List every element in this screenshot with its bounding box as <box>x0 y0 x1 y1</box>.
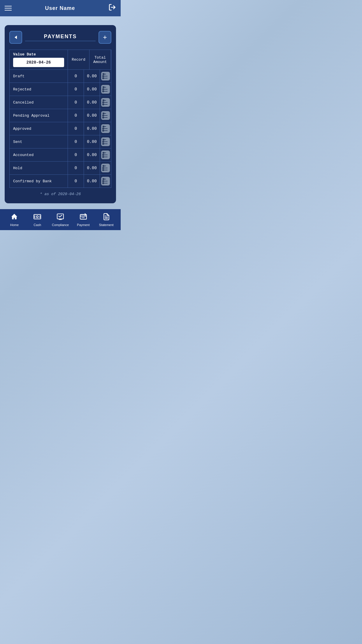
row-action <box>100 175 111 188</box>
row-action <box>100 83 111 96</box>
row-action <box>100 162 111 174</box>
amount-col-header: Total Amount <box>89 50 111 69</box>
svg-rect-2 <box>34 214 41 219</box>
record-col-header: Record <box>68 50 89 69</box>
row-record: 0 <box>68 109 84 122</box>
row-label: Pending Approval <box>10 109 68 122</box>
row-amount: 0.00 <box>84 162 100 174</box>
row-record: 0 <box>68 148 84 161</box>
row-record: 0 <box>68 70 84 83</box>
table-row: Draft 0 0.00 <box>10 69 111 83</box>
row-action <box>100 135 111 148</box>
row-action <box>100 96 111 109</box>
row-detail-button[interactable] <box>101 177 110 186</box>
row-amount: 0.00 <box>84 109 100 122</box>
row-record: 0 <box>68 83 84 96</box>
nav-item-home[interactable]: Home <box>3 213 26 227</box>
table-rows: Draft 0 0.00 <box>10 69 111 188</box>
row-amount: 0.00 <box>84 83 100 96</box>
row-amount: 0.00 <box>84 148 100 161</box>
nav-item-cash[interactable]: Cash <box>26 213 49 227</box>
right-col-headers: Record Total Amount <box>68 50 111 69</box>
row-amount: 0.00 <box>84 135 100 148</box>
header-title: User Name <box>45 5 75 11</box>
add-button[interactable]: + <box>99 31 111 44</box>
table-row: Hold 0 0.00 <box>10 161 111 174</box>
app-header: User Name <box>0 0 121 16</box>
row-label: Rejected <box>10 83 68 96</box>
row-record: 0 <box>68 175 84 188</box>
row-record: 0 <box>68 122 84 135</box>
row-detail-button[interactable] <box>101 111 110 120</box>
nav-label-compliance: Compliance <box>52 223 69 227</box>
row-record: 0 <box>68 135 84 148</box>
nav-label-statement: Statement <box>99 223 114 227</box>
card-title: PAYMENTS <box>25 34 96 41</box>
nav-label-payment: Payment <box>77 223 89 227</box>
logout-icon[interactable] <box>108 4 116 13</box>
table-row: Sent 0 0.00 <box>10 135 111 148</box>
footnote: * as of 2020-04-26 <box>9 188 111 197</box>
row-record: 0 <box>68 96 84 109</box>
row-action <box>100 148 111 161</box>
table-row: Accounted 0 0.00 <box>10 148 111 161</box>
bottom-nav: Home Cash Compliance <box>0 209 121 230</box>
table-row: Cancelled 0 0.00 <box>10 96 111 109</box>
row-label: Draft <box>10 70 68 83</box>
table-row: Rejected 0 0.00 <box>10 83 111 96</box>
row-detail-button[interactable] <box>101 150 110 159</box>
row-detail-button[interactable] <box>101 164 110 172</box>
value-date-col-header: Value Date 2020-04-26 <box>10 50 68 69</box>
row-detail-button[interactable] <box>101 137 110 146</box>
main-content: PAYMENTS + Value Date 2020-04-26 Record … <box>0 16 121 209</box>
nav-label-home: Home <box>10 223 19 227</box>
row-amount: 0.00 <box>84 70 100 83</box>
row-label: Sent <box>10 135 68 148</box>
col-header-row: Value Date 2020-04-26 Record Total Amoun… <box>10 50 111 69</box>
payments-table: Value Date 2020-04-26 Record Total Amoun… <box>9 50 111 188</box>
row-amount: 0.00 <box>84 96 100 109</box>
nav-item-statement[interactable]: Statement <box>95 213 118 227</box>
table-row: Pending Approval 0 0.00 <box>10 109 111 122</box>
svg-point-3 <box>36 216 38 218</box>
cash-icon <box>34 213 41 222</box>
back-button[interactable] <box>9 31 22 44</box>
row-label: Hold <box>10 162 68 174</box>
row-label: Confirmed by Bank <box>10 175 68 188</box>
compliance-icon <box>57 213 64 222</box>
row-detail-button[interactable] <box>101 72 110 80</box>
nav-item-payment[interactable]: Payment <box>72 213 95 227</box>
row-amount: 0.00 <box>84 175 100 188</box>
row-label: Accounted <box>10 148 68 161</box>
row-record: 0 <box>68 162 84 174</box>
row-label: Approved <box>10 122 68 135</box>
row-detail-button[interactable] <box>101 85 110 94</box>
svg-marker-1 <box>15 36 17 39</box>
nav-label-cash: Cash <box>34 223 41 227</box>
table-row: Approved 0 0.00 <box>10 122 111 135</box>
nav-item-compliance[interactable]: Compliance <box>49 213 72 227</box>
value-date-input[interactable]: 2020-04-26 <box>13 58 64 67</box>
row-action <box>100 70 111 83</box>
card-header-row: PAYMENTS + <box>9 31 111 44</box>
row-action <box>100 122 111 135</box>
table-row: Confirmed by Bank 0 0.00 <box>10 174 111 188</box>
home-icon <box>10 213 18 222</box>
row-amount: 0.00 <box>84 122 100 135</box>
row-action <box>100 109 111 122</box>
payment-icon <box>80 213 87 222</box>
row-label: Cancelled <box>10 96 68 109</box>
row-detail-button[interactable] <box>101 124 110 133</box>
statement-icon <box>103 213 110 222</box>
payments-card: PAYMENTS + Value Date 2020-04-26 Record … <box>5 25 116 203</box>
menu-icon[interactable] <box>5 6 12 10</box>
row-detail-button[interactable] <box>101 98 110 107</box>
